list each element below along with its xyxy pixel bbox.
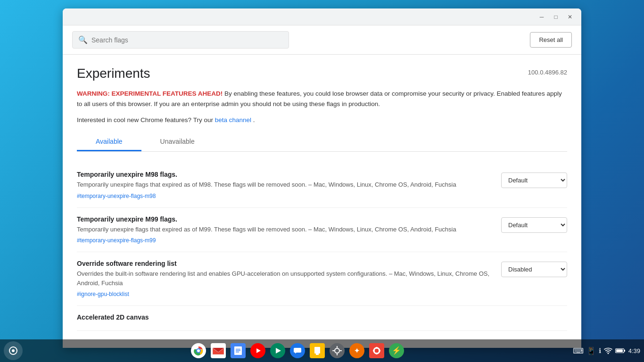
flag-title-m99: Temporarily unexpire M99 flags. bbox=[77, 215, 492, 223]
search-box: 🔍 bbox=[72, 31, 289, 49]
flag-control-gpu: Default Enabled Disabled bbox=[501, 262, 567, 277]
svg-point-5 bbox=[197, 349, 200, 352]
flag-info-2d-canvas: Accelerated 2D canvas bbox=[77, 313, 567, 323]
warning-paragraph: WARNING: EXPERIMENTAL FEATURES AHEAD! By… bbox=[77, 89, 567, 109]
flag-link-m98[interactable]: #temporary-unexpire-flags-m98 bbox=[77, 193, 156, 199]
taskbar-right: ⌨ 📱 ℹ 4:39 bbox=[573, 346, 640, 355]
tab-available[interactable]: Available bbox=[77, 133, 141, 151]
taskbar-app-settings[interactable] bbox=[328, 341, 347, 360]
info-icon[interactable]: ℹ bbox=[599, 347, 601, 354]
launcher-icon[interactable] bbox=[4, 341, 23, 360]
taskbar: ✦ ⚡ ⌨ 📱 bbox=[0, 339, 644, 362]
flag-control-m98: Default Enabled Disabled bbox=[501, 173, 567, 188]
chrome-window: ─ □ ✕ 🔍 Reset all Experiments 100.0.4896… bbox=[63, 8, 581, 348]
taskbar-app-keep[interactable] bbox=[308, 341, 327, 360]
svg-rect-41 bbox=[624, 350, 625, 352]
taskbar-app-youtube[interactable] bbox=[248, 341, 267, 360]
flag-desc-gpu: Overrides the built-in software renderin… bbox=[77, 269, 492, 288]
svg-rect-36 bbox=[379, 350, 380, 352]
interest-prefix: Interested in cool new Chrome features? … bbox=[77, 116, 215, 123]
taskbar-app-extra[interactable]: ⚡ bbox=[387, 341, 406, 360]
title-bar: ─ □ ✕ bbox=[63, 8, 581, 25]
flag-select-m99[interactable]: Default Enabled Disabled bbox=[501, 217, 567, 233]
flag-item-2d-canvas: Accelerated 2D canvas bbox=[77, 306, 567, 331]
svg-text:✦: ✦ bbox=[354, 347, 360, 354]
taskbar-left bbox=[4, 341, 23, 360]
version-text: 100.0.4896.82 bbox=[528, 69, 567, 76]
svg-rect-42 bbox=[616, 349, 623, 352]
flag-select-m98[interactable]: Default Enabled Disabled bbox=[501, 173, 567, 188]
svg-rect-12 bbox=[236, 352, 239, 353]
taskbar-apps: ✦ ⚡ bbox=[25, 341, 571, 360]
flag-link-gpu[interactable]: #ignore-gpu-blocklist bbox=[77, 291, 129, 297]
clock-display: 4:39 bbox=[628, 347, 640, 354]
warning-red-text: WARNING: EXPERIMENTAL FEATURES AHEAD! bbox=[77, 90, 223, 97]
flag-title-gpu: Override software rendering list bbox=[77, 260, 492, 267]
flag-select-gpu[interactable]: Default Enabled Disabled bbox=[501, 262, 567, 277]
wifi-icon[interactable] bbox=[604, 347, 612, 354]
taskbar-app-play[interactable] bbox=[268, 341, 287, 360]
svg-rect-26 bbox=[337, 354, 338, 355]
flag-item-m98: Temporarily unexpire M98 flags. Temporar… bbox=[77, 163, 567, 208]
flag-desc-m99: Temporarily unexpire flags that expired … bbox=[77, 225, 492, 234]
svg-rect-28 bbox=[340, 350, 342, 351]
flag-info-gpu: Override software rendering list Overrid… bbox=[77, 260, 492, 298]
minimize-button[interactable]: ─ bbox=[535, 12, 548, 22]
taskbar-app-messages[interactable] bbox=[288, 341, 307, 360]
svg-rect-34 bbox=[376, 353, 378, 354]
beta-channel-link[interactable]: beta channel bbox=[215, 116, 251, 123]
svg-point-1 bbox=[12, 349, 15, 352]
flag-link-m99[interactable]: #temporary-unexpire-flags-m99 bbox=[77, 237, 156, 244]
tabs-container: Available Unavailable bbox=[77, 133, 567, 152]
svg-point-23 bbox=[330, 343, 345, 358]
maximize-button[interactable]: □ bbox=[549, 12, 562, 22]
svg-rect-33 bbox=[376, 347, 378, 349]
screen-icon[interactable]: 📱 bbox=[586, 346, 596, 355]
warning-block: WARNING: EXPERIMENTAL FEATURES AHEAD! By… bbox=[77, 89, 567, 109]
taskbar-app-adblock[interactable]: ✦ bbox=[347, 341, 366, 360]
reset-all-button[interactable]: Reset all bbox=[530, 32, 572, 48]
page-title: Experiments bbox=[77, 66, 150, 81]
window-controls: ─ □ ✕ bbox=[535, 12, 577, 22]
svg-rect-10 bbox=[236, 349, 240, 350]
close-button[interactable]: ✕ bbox=[563, 12, 577, 22]
flag-item-gpu: Override software rendering list Overrid… bbox=[77, 252, 567, 306]
flag-title-m98: Temporarily unexpire M98 flags. bbox=[77, 171, 492, 178]
svg-point-39 bbox=[607, 353, 609, 354]
search-icon: 🔍 bbox=[78, 35, 88, 44]
sys-icons: ⌨ 📱 ℹ bbox=[573, 346, 626, 355]
keyboard-icon[interactable]: ⌨ bbox=[573, 346, 584, 355]
svg-rect-35 bbox=[373, 350, 375, 352]
taskbar-app-docs[interactable] bbox=[229, 341, 248, 360]
page-header: Experiments 100.0.4896.82 bbox=[77, 66, 567, 81]
svg-rect-25 bbox=[337, 346, 338, 348]
svg-rect-21 bbox=[316, 354, 319, 355]
interest-suffix: . bbox=[253, 116, 255, 123]
flag-desc-m98: Temporarily unexpire flags that expired … bbox=[77, 180, 492, 189]
taskbar-app-photos[interactable] bbox=[367, 341, 386, 360]
taskbar-app-gmail[interactable] bbox=[209, 341, 228, 360]
interest-paragraph: Interested in cool new Chrome features? … bbox=[77, 116, 567, 123]
flag-item-m99: Temporarily unexpire M99 flags. Temporar… bbox=[77, 208, 567, 253]
taskbar-app-chrome[interactable] bbox=[189, 341, 208, 360]
flag-info-m98: Temporarily unexpire M98 flags. Temporar… bbox=[77, 171, 492, 200]
svg-text:⚡: ⚡ bbox=[392, 346, 401, 355]
top-bar: 🔍 Reset all bbox=[63, 25, 581, 55]
flag-control-m99: Default Enabled Disabled bbox=[501, 217, 567, 233]
main-content: Experiments 100.0.4896.82 WARNING: EXPER… bbox=[63, 55, 581, 348]
battery-icon[interactable] bbox=[615, 348, 626, 354]
svg-rect-31 bbox=[369, 343, 384, 358]
tab-unavailable[interactable]: Unavailable bbox=[141, 133, 214, 151]
svg-rect-20 bbox=[314, 347, 320, 354]
svg-rect-11 bbox=[236, 350, 240, 351]
svg-rect-22 bbox=[317, 346, 318, 347]
search-input[interactable] bbox=[91, 36, 283, 44]
flag-info-m99: Temporarily unexpire M99 flags. Temporar… bbox=[77, 215, 492, 245]
svg-rect-27 bbox=[332, 350, 334, 351]
svg-rect-18 bbox=[294, 348, 301, 353]
flag-title-2d-canvas: Accelerated 2D canvas bbox=[77, 313, 567, 321]
